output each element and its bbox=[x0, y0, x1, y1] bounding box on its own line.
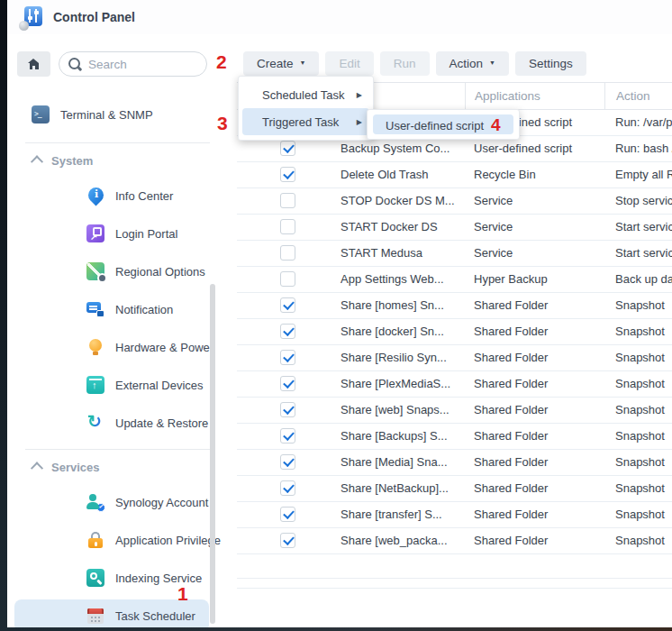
sidebar-item-hardware-power[interactable]: Hardware & Power bbox=[7, 338, 221, 356]
task-name: Share [Resilio Syn... bbox=[237, 345, 465, 370]
chevron-up-icon bbox=[31, 155, 43, 168]
indexing-service-icon bbox=[86, 569, 104, 587]
annotation-3: 3 bbox=[217, 112, 228, 134]
annotation-2: 2 bbox=[216, 50, 227, 73]
task-checkbox[interactable] bbox=[280, 297, 295, 313]
task-application: Shared Folder bbox=[465, 476, 604, 501]
sidebar-item-synology-account[interactable]: Synology Account bbox=[7, 493, 221, 511]
sidebar-item-label: Hardware & Power bbox=[115, 341, 213, 354]
window-title: Control Panel bbox=[53, 10, 135, 24]
task-row[interactable]: Share [homes] Sn... Shared Folder Snapsh… bbox=[237, 293, 672, 319]
sidebar-scrollbar[interactable] bbox=[210, 284, 215, 624]
task-name: Share [web] Snaps... bbox=[237, 398, 465, 423]
task-name: START Medusa bbox=[237, 241, 465, 266]
sidebar-section-system[interactable]: System bbox=[32, 154, 221, 167]
menu-item-user-defined-script[interactable]: User-defined script4 bbox=[373, 114, 513, 134]
task-checkbox[interactable] bbox=[280, 507, 295, 522]
task-row[interactable]: Share [transfer] S... Shared Folder Snap… bbox=[237, 502, 672, 528]
task-row[interactable]: Share [Resilio Syn... Shared Folder Snap… bbox=[237, 345, 672, 371]
sidebar-item-update-restore[interactable]: Update & Restore bbox=[7, 414, 221, 432]
toolbar-button-run: Run bbox=[380, 51, 430, 76]
task-checkbox[interactable] bbox=[280, 533, 295, 548]
task-checkbox[interactable] bbox=[280, 324, 295, 339]
task-checkbox[interactable] bbox=[280, 480, 295, 496]
toolbar-button-label: Action bbox=[450, 57, 484, 70]
sidebar-item-application-privileges[interactable]: Application Privileges bbox=[7, 531, 221, 549]
task-checkbox[interactable] bbox=[280, 167, 295, 182]
task-application: Shared Folder bbox=[465, 450, 604, 475]
sidebar-item-label: Task Scheduler bbox=[115, 609, 195, 623]
task-checkbox[interactable] bbox=[280, 454, 295, 470]
application-privileges-icon bbox=[86, 531, 104, 549]
annotation-4: 4 bbox=[491, 115, 501, 135]
task-checkbox[interactable] bbox=[280, 350, 295, 365]
menu-item-triggered-task[interactable]: Triggered Task ▶ bbox=[242, 108, 369, 135]
annotation-1: 1 bbox=[177, 582, 188, 605]
create-dropdown-menu: Scheduled Task ▶ Triggered Task ▶ bbox=[238, 76, 374, 141]
sidebar-item-label: Regional Options bbox=[115, 265, 205, 279]
task-application: User-defined script bbox=[465, 136, 604, 161]
task-application: Service bbox=[465, 241, 604, 266]
menu-item-scheduled-task[interactable]: Scheduled Task ▶ bbox=[239, 81, 373, 108]
sidebar-item-label: Info Center bbox=[115, 189, 173, 203]
menu-item-label: User-defined script bbox=[386, 119, 484, 133]
toolbar-button-label: Run bbox=[394, 57, 416, 70]
column-header-action[interactable]: Action bbox=[604, 83, 672, 109]
home-button[interactable] bbox=[17, 51, 50, 77]
task-action: Start servic bbox=[604, 215, 672, 240]
sidebar-item-regional-options[interactable]: Regional Options bbox=[7, 262, 221, 280]
main-content: Create ▼ Edit Run Action ▼ Settings Appl… bbox=[221, 34, 672, 627]
task-action: Snapshot bbox=[604, 319, 672, 344]
task-application: Shared Folder bbox=[465, 293, 604, 318]
task-row[interactable]: Share [web_packa... Shared Folder Snapsh… bbox=[237, 528, 672, 554]
sidebar-section-services[interactable]: Services bbox=[32, 461, 221, 473]
sidebar-item-login-portal[interactable]: Login Portal bbox=[7, 224, 221, 242]
sidebar-item-terminal-snmp[interactable]: Terminal & SNMP bbox=[7, 105, 221, 123]
titlebar: Control Panel bbox=[7, 0, 672, 35]
synology-account-icon bbox=[86, 493, 104, 511]
toolbar-button-settings[interactable]: Settings bbox=[515, 51, 586, 76]
task-checkbox[interactable] bbox=[280, 245, 295, 261]
task-action: Snapshot bbox=[604, 371, 672, 397]
task-action: Snapshot bbox=[604, 424, 672, 449]
sidebar-item-notification[interactable]: Notification bbox=[7, 300, 221, 318]
task-checkbox[interactable] bbox=[280, 376, 295, 391]
task-row[interactable]: Share [Backups] S... Shared Folder Snaps… bbox=[237, 424, 672, 450]
toolbar-button-action[interactable]: Action ▼ bbox=[436, 51, 509, 76]
task-name: App Settings Web... bbox=[237, 267, 465, 292]
sidebar-item-external-devices[interactable]: External Devices bbox=[7, 376, 221, 394]
sidebar-item-info-center[interactable]: Info Center bbox=[7, 187, 221, 205]
task-checkbox[interactable] bbox=[280, 193, 295, 208]
task-row[interactable]: Share [docker] Sn... Shared Folder Snaps… bbox=[237, 319, 672, 345]
task-action: Snapshot bbox=[604, 345, 672, 370]
toolbar-button-edit: Edit bbox=[325, 51, 373, 76]
sidebar-divider bbox=[25, 449, 210, 450]
task-row[interactable]: Share [NetBackup]... Shared Folder Snaps… bbox=[237, 476, 672, 502]
task-row[interactable]: Share [PlexMediaS... Shared Folder Snaps… bbox=[237, 371, 672, 398]
submenu-arrow-icon: ▶ bbox=[357, 91, 362, 99]
task-row[interactable]: START Medusa Service Start servic bbox=[237, 241, 672, 267]
task-row[interactable]: Share [Media] Sna... Shared Folder Snaps… bbox=[237, 450, 672, 476]
task-checkbox[interactable] bbox=[280, 219, 295, 234]
task-action: Snapshot bbox=[604, 450, 672, 475]
task-row[interactable]: STOP Docker DS M... Service Stop servic bbox=[237, 188, 672, 215]
task-action: Run: bash / bbox=[604, 136, 672, 161]
task-row[interactable]: Share [web] Snaps... Shared Folder Snaps… bbox=[237, 398, 672, 424]
column-header-applications[interactable]: Applications bbox=[465, 83, 604, 109]
task-row[interactable]: Delete Old Trash Recycle Bin Empty all R bbox=[237, 162, 672, 188]
login-portal-icon bbox=[86, 224, 104, 242]
sidebar-item-indexing-service[interactable]: Indexing Service bbox=[7, 569, 221, 587]
task-row[interactable]: App Settings Web... Hyper Backup Back up… bbox=[237, 267, 672, 293]
task-checkbox[interactable] bbox=[280, 271, 295, 287]
task-checkbox[interactable] bbox=[280, 402, 295, 417]
toolbar-button-label: Settings bbox=[529, 57, 573, 70]
task-checkbox[interactable] bbox=[280, 141, 295, 156]
toolbar-button-create[interactable]: Create ▼ bbox=[243, 51, 319, 76]
sidebar-item-task-scheduler[interactable]: Task Scheduler bbox=[7, 607, 221, 625]
task-action: Snapshot bbox=[604, 502, 672, 527]
task-checkbox[interactable] bbox=[280, 428, 295, 444]
task-application: Shared Folder bbox=[465, 345, 604, 370]
search-input[interactable]: Search bbox=[59, 51, 207, 77]
task-row[interactable]: START Docker DS Service Start servic bbox=[237, 215, 672, 241]
caret-down-icon: ▼ bbox=[489, 59, 495, 66]
